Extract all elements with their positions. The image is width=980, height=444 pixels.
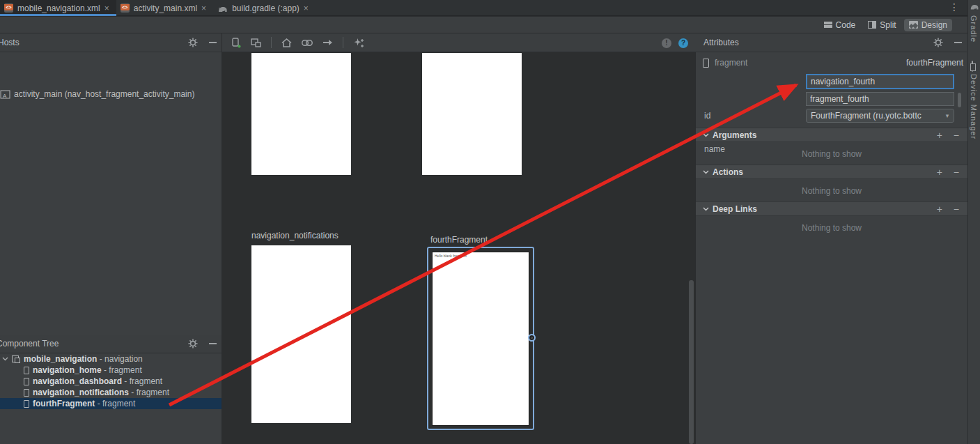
tree-item-mobile-navigation[interactable]: mobile_navigation - navigation bbox=[0, 353, 221, 365]
help-icon[interactable]: ? bbox=[678, 38, 688, 48]
attributes-scrollbar[interactable] bbox=[958, 93, 961, 107]
destination-preview-home[interactable] bbox=[251, 53, 351, 175]
component-tree: mobile_navigation - navigation navigatio… bbox=[0, 353, 221, 409]
toolbar-separator bbox=[343, 37, 343, 48]
add-destination-icon[interactable] bbox=[232, 38, 241, 48]
design-surface[interactable]: ! ? navigation_notifications fourthFragm… bbox=[222, 33, 695, 444]
nested-graph-icon[interactable] bbox=[251, 38, 261, 47]
tree-item-navigation-dashboard[interactable]: navigation_dashboard - fragment bbox=[0, 376, 221, 387]
code-mode-button[interactable]: Code bbox=[819, 19, 861, 31]
design-mode-label: Design bbox=[921, 20, 947, 30]
dropdown-arrow-icon: ▾ bbox=[941, 112, 954, 119]
fragment-preview-text: Hello blank fragment bbox=[435, 254, 467, 258]
device-manager-icon[interactable] bbox=[972, 61, 973, 72]
host-item-label: activity_main (nav_host_fragment_activit… bbox=[14, 89, 194, 99]
fragment-icon bbox=[24, 389, 29, 397]
tree-item-navigation-home[interactable]: navigation_home - fragment bbox=[0, 365, 221, 376]
canvas-scrollbar[interactable] bbox=[689, 280, 694, 444]
tab-activity-main[interactable]: activity_main.xml × bbox=[116, 0, 213, 16]
deep-link-icon[interactable] bbox=[302, 40, 313, 46]
code-lines-icon bbox=[824, 22, 832, 29]
attributes-title: Attributes bbox=[695, 38, 739, 47]
arguments-empty-text: Nothing to show bbox=[696, 149, 967, 159]
chevron-down-icon[interactable] bbox=[703, 170, 709, 174]
add-deep-link-icon[interactable]: + bbox=[937, 204, 942, 215]
destination-preview-fourth[interactable]: Hello blank fragment bbox=[432, 252, 529, 426]
destination-label-notifications[interactable]: navigation_notifications bbox=[251, 231, 339, 240]
design-mode-button[interactable]: Design bbox=[904, 19, 952, 31]
action-arrow-icon[interactable] bbox=[322, 39, 333, 46]
destination-preview-dashboard[interactable] bbox=[422, 53, 522, 175]
android-studio-navigation-editor: mobile_navigation.xml × activity_main.xm… bbox=[0, 0, 980, 444]
label-field-input[interactable] bbox=[806, 92, 954, 106]
split-view-icon bbox=[868, 21, 876, 29]
arguments-section-header[interactable]: Arguments + − bbox=[696, 128, 967, 142]
tree-item-fourth-fragment[interactable]: fourthFragment - fragment bbox=[0, 398, 221, 409]
navigation-graph-icon bbox=[12, 355, 20, 363]
remove-action-icon[interactable]: − bbox=[954, 167, 959, 178]
fragment-icon bbox=[24, 367, 29, 374]
close-icon[interactable]: × bbox=[201, 4, 206, 13]
xml-file-icon bbox=[120, 3, 130, 13]
host-item-activity-main[interactable]: A activity_main (nav_host_fragment_activ… bbox=[0, 89, 194, 99]
right-tool-strip: Gradle Device Manager bbox=[967, 0, 980, 444]
component-id: fourthFragment bbox=[906, 58, 963, 68]
chevron-down-icon[interactable] bbox=[2, 357, 8, 361]
destination-label-fourth[interactable]: fourthFragment bbox=[430, 235, 488, 245]
name-field-dropdown[interactable]: FourthFragment (ru.yotc.bottc ▾ bbox=[806, 109, 954, 123]
gradle-icon[interactable] bbox=[970, 2, 979, 10]
auto-arrange-icon[interactable] bbox=[353, 38, 364, 48]
hide-panel-icon[interactable] bbox=[209, 42, 217, 43]
xml-file-icon bbox=[4, 3, 13, 13]
id-field-label: id bbox=[704, 111, 710, 121]
destination-preview-notifications[interactable] bbox=[251, 245, 351, 423]
deep-links-section-header[interactable]: Deep Links + − bbox=[696, 201, 967, 216]
toolbar-separator bbox=[271, 37, 272, 48]
chevron-down-icon[interactable] bbox=[703, 133, 709, 137]
deep-links-empty-text: Nothing to show bbox=[696, 223, 967, 233]
remove-deep-link-icon[interactable]: − bbox=[954, 204, 959, 215]
id-field-input[interactable] bbox=[806, 74, 954, 89]
attributes-panel-header: Attributes bbox=[695, 33, 967, 52]
activity-icon: A bbox=[0, 90, 10, 99]
device-manager-tool-button[interactable]: Device Manager bbox=[970, 74, 978, 139]
gradle-tool-button[interactable]: Gradle bbox=[970, 15, 978, 43]
design-toolbar: ! ? bbox=[222, 33, 695, 52]
warning-icon[interactable]: ! bbox=[662, 38, 671, 48]
tab-label: activity_main.xml bbox=[134, 3, 197, 13]
fragment-icon bbox=[24, 400, 29, 408]
remove-argument-icon[interactable]: − bbox=[954, 130, 959, 141]
svg-text:A: A bbox=[3, 93, 7, 99]
code-mode-label: Code bbox=[836, 20, 856, 30]
home-icon[interactable] bbox=[281, 38, 292, 47]
gradle-icon bbox=[217, 4, 228, 13]
fragment-icon bbox=[24, 378, 29, 385]
add-argument-icon[interactable]: + bbox=[937, 130, 942, 141]
add-action-icon[interactable]: + bbox=[937, 167, 942, 178]
close-icon[interactable]: × bbox=[304, 4, 309, 13]
more-options-icon[interactable]: ⋮ bbox=[949, 1, 959, 13]
tree-item-navigation-notifications[interactable]: navigation_notifications - fragment bbox=[0, 387, 221, 398]
tab-build-gradle[interactable]: build.gradle (:app) × bbox=[213, 0, 316, 16]
gear-icon[interactable] bbox=[188, 38, 198, 47]
gear-icon[interactable] bbox=[188, 339, 198, 349]
action-handle[interactable] bbox=[528, 334, 536, 342]
hosts-panel-header: Hosts bbox=[0, 33, 221, 52]
gear-icon[interactable] bbox=[933, 38, 943, 47]
hide-panel-icon[interactable] bbox=[954, 42, 962, 43]
component-tree-header: Component Tree bbox=[0, 335, 221, 353]
tab-label: mobile_navigation.xml bbox=[17, 3, 100, 13]
fragment-icon bbox=[703, 59, 709, 68]
tab-mobile-navigation[interactable]: mobile_navigation.xml × bbox=[0, 0, 116, 16]
actions-section-header[interactable]: Actions + − bbox=[696, 164, 967, 179]
chevron-down-icon[interactable] bbox=[703, 207, 709, 211]
attributes-panel: fragment fourthFragment id label name Fo… bbox=[695, 33, 967, 444]
component-tree-title: Component Tree bbox=[0, 339, 59, 349]
close-icon[interactable]: × bbox=[104, 4, 109, 13]
editor-tab-bar: mobile_navigation.xml × activity_main.xm… bbox=[0, 0, 967, 16]
split-mode-button[interactable]: Split bbox=[863, 19, 901, 31]
name-field-value: FourthFragment (ru.yotc.bottc bbox=[811, 111, 921, 121]
editor-mode-bar: Code Split Design bbox=[0, 17, 967, 33]
actions-empty-text: Nothing to show bbox=[696, 186, 967, 196]
hide-panel-icon[interactable] bbox=[209, 343, 217, 344]
